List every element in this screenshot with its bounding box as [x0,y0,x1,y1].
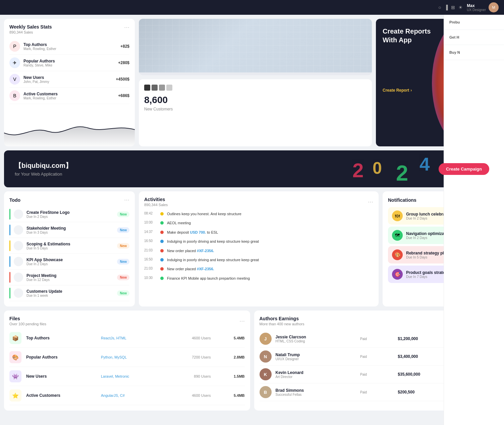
act-item: 21:03 New order placed #XF-2356. [144,265,373,274]
todo-circle [14,225,23,235]
act-dot [160,258,164,262]
act-item: 10:30 Finance KPI Mobile app launch prep… [144,274,373,283]
act-text: Indulging in poorly driving and keep str… [167,257,373,263]
act-time: 21:03 [144,267,157,270]
author-name: Brad Simmons [276,388,356,393]
todo-circle [14,288,23,298]
new-users-value: +4500$ [116,77,129,82]
files-dots-btn[interactable]: ⋯ [239,318,245,324]
activities-title: Activities [144,197,168,202]
sidebar-item-buyn[interactable]: Buy N [444,45,504,60]
todo-circle [14,257,23,266]
author-avatar: K [260,368,272,380]
brightness-icon[interactable]: ☀ [458,5,463,10]
act-link[interactable]: #XF-2356. [197,249,214,253]
act-text: Indulging in poorly driving and keep str… [167,239,373,244]
author-avatar: B [260,386,272,398]
todo-due: Due In 2 Days [26,262,114,266]
author-name: Jessie Clarcson [276,335,356,339]
todo-name: Scoping & Estimations [26,242,114,246]
todo-item: Create FireStone Logo Due In 2 Days New [9,206,129,222]
notif-icon: 🎨 [392,249,403,260]
todo-card: Todo ⋯ Create FireStone Logo Due In 2 Da… [4,191,135,306]
act-text: New order placed #XF-2356. [167,267,373,272]
paid-label: Paid [360,355,394,359]
stat-item-new-users: V New Users John, Pat, Jimmy +4500$ [9,71,129,88]
sidebar-item-prebu[interactable]: Prebu [444,15,504,30]
todo-circle [14,209,23,219]
todo-badge: New [117,259,129,265]
active-customers-value: +686$ [118,93,129,98]
act-text: Make deposit USD 700. to ESL [167,230,373,235]
grid-icon[interactable]: ⊞ [451,5,455,10]
todo-bar [9,256,10,267]
building-grid [139,19,372,73]
popular-authors-icon: ✈ [9,57,20,68]
act-link[interactable]: #XF-2356. [197,267,214,271]
main-content: Weekly Sales Stats 890,344 Sales ⋯ P Top… [0,15,504,415]
todo-bar [9,272,10,283]
user-info: Max UX Designer M [467,2,499,12]
sq2 [152,85,158,91]
svg-text:2: 2 [396,161,408,185]
author-role: Art Director [276,375,356,379]
author-role: HTML, CSS Coding [276,339,356,343]
file-size: 5.4MB [215,393,244,397]
create-campaign-button[interactable]: Create Campaign [439,163,489,175]
todo-dots-btn[interactable]: ⋯ [124,197,129,203]
act-text: Outlines keep you honest. And keep struc… [167,211,373,217]
todo-item: Project Meeting Due In 12 Days New [9,270,129,285]
create-report-link[interactable]: Create Report › [383,88,431,93]
files-subtitle: Over 100 pending files [9,322,46,326]
new-customers-card: 8,600 New Customers [139,79,372,146]
act-time: 14:37 [144,230,157,234]
file-tech: AngularJS, C# [101,393,159,397]
todo-due: Due In 3 Days [26,231,114,234]
author-name: Kevin Leonard [276,370,356,375]
file-item: 👾 New Users Laravel, Metronic 890 Users … [9,367,245,386]
roofing-card: Roofing [139,19,372,75]
top-nav: ○ ▐ ⊞ ☀ Max UX Designer M [0,0,504,15]
todo-due: Due In 5 Days [26,246,114,250]
file-name: Top Authors [26,336,96,340]
todo-bar [9,288,10,298]
stat-item-popular-authors: ✈ Popular Authors Randy, Steve, Mike +28… [9,55,129,71]
sales-dots-btn[interactable]: ⋯ [124,24,129,31]
sidebar-item-geth[interactable]: Get H [444,30,504,45]
active-customers-icon: B [9,90,20,101]
todo-item: KPI App Showcase Due In 2 Days New [9,254,129,270]
act-dot [160,212,164,216]
act-time: 16:50 [144,257,157,261]
new-users-name: New Users [23,75,113,80]
todo-name: Create FireStone Logo [26,210,114,215]
roofing-bg-image [139,19,372,73]
todo-due: Due In 12 Days [26,278,114,282]
act-link[interactable]: USD 700. [190,230,206,234]
todo-due: Due In 1 week [26,294,114,297]
act-time: 10:00 [144,221,157,224]
svg-text:2: 2 [352,159,363,182]
activities-dots-btn[interactable]: ⋯ [368,199,373,205]
popular-authors-name: Popular Authors [23,59,115,63]
todo-circle [14,241,23,250]
act-dot [160,277,164,280]
sq1 [144,85,150,91]
active-customers-persons: Mark, Rowling, Esther [23,96,115,100]
row-3: Files Over 100 pending files ⋯ 📦 Top Aut… [4,311,500,411]
row-2: Todo ⋯ Create FireStone Logo Due In 2 Da… [4,191,500,306]
notif-icon: 🗺 [392,230,403,241]
stat-item-active-customers: B Active Customers Mark, Rowling, Esther… [9,88,129,104]
todo-badge: New [117,227,129,233]
sales-subtitle: 890,344 Sales [9,30,129,34]
customers-label: New Customers [144,107,367,111]
search-icon[interactable]: ○ [438,5,441,10]
author-role: Successful Fellas [276,393,356,396]
author-avatar: J [260,333,272,345]
todo-name: Stakeholder Meeting [26,226,114,231]
todo-item: Customers Update Due In 1 week New [9,285,129,301]
user-name: Max [467,3,486,8]
authors-title: Authors Earnings [260,316,304,321]
sales-title: Weekly Sales Stats [9,24,129,30]
act-text: New order placed #XF-2356. [167,248,373,253]
file-size: 1.5MB [215,374,244,378]
